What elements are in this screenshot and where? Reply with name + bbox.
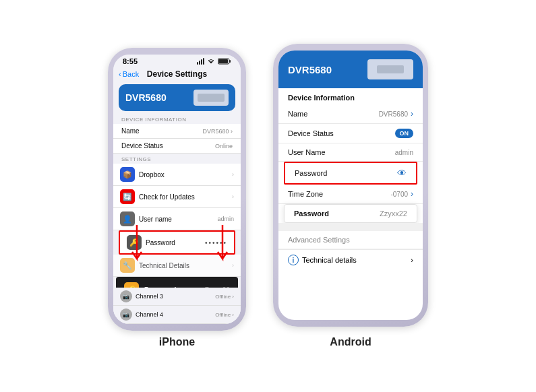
channel-4-item: 📷 Channel 4 Offline ›: [113, 306, 241, 324]
divider: [278, 223, 423, 231]
chevron-blue-icon: ›: [411, 109, 413, 119]
chevron-right-icon: ›: [232, 171, 234, 178]
channel-3-icon: 📷: [120, 290, 132, 302]
android-device-status-item: Device Status ON: [278, 124, 423, 143]
android-password-item[interactable]: Password 👁: [285, 163, 416, 183]
nav-title: Device Settings: [147, 69, 207, 79]
iphone-device-status-item: Device Status Online: [113, 139, 241, 154]
settings-technical[interactable]: 🔧 Technical Details ›: [113, 255, 241, 277]
device-status-toggle[interactable]: ON: [395, 129, 414, 138]
password-icon: 🔑: [127, 235, 142, 250]
device-info-section-header: DEVICE INFORMATION: [113, 114, 241, 124]
settings-section-header: SETTINGS: [113, 154, 241, 164]
signal-icon: [197, 58, 204, 65]
battery-icon: [218, 58, 231, 65]
android-section: DVR5680 Device Information Name DVR5680 …: [273, 44, 428, 348]
username-icon: 👤: [120, 211, 135, 226]
android-frame: DVR5680 Device Information Name DVR5680 …: [273, 44, 428, 327]
info-icon: i: [288, 255, 299, 265]
android-device-info-section: Device Information: [278, 88, 423, 104]
android-name-item: Name DVR5680 ›: [278, 104, 423, 124]
android-password-popup: Password Zzyxx22: [284, 204, 417, 223]
settings-password[interactable]: 🔑 Password ••••••: [120, 232, 234, 253]
technical-icon: 🔧: [120, 258, 135, 273]
wifi-icon: [206, 58, 216, 65]
chevron-right-icon: ›: [232, 262, 234, 269]
android-timezone-item: Time Zone -0700 ›: [278, 185, 423, 204]
updates-icon: 🔄: [120, 189, 135, 204]
iphone-frame: 8:55 ‹: [108, 48, 246, 331]
android-device-card: DVR5680: [278, 51, 423, 88]
iphone-dvr-name: DVR5680: [125, 92, 167, 103]
channels-section: 📷 Channel 3 Offline › 📷 Channel 4 Offlin…: [113, 288, 241, 324]
chevron-blue-icon: ›: [411, 256, 413, 264]
dvr-image: [193, 90, 229, 106]
android-advanced-settings[interactable]: Advanced Settings: [278, 231, 423, 249]
iphone-status-icons: [197, 58, 231, 65]
iphone-time: 8:55: [123, 57, 138, 65]
android-screen: DVR5680 Device Information Name DVR5680 …: [278, 51, 423, 320]
iphone-name-item: Name DVR5680 ›: [113, 124, 241, 139]
back-button[interactable]: ‹ Back: [119, 70, 139, 78]
android-technical-details[interactable]: i Technical details ›: [278, 249, 423, 270]
android-username-item: User Name admin: [278, 143, 423, 162]
settings-check-updates[interactable]: 🔄 Check for Updates ›: [113, 186, 241, 208]
password-highlight-box: 🔑 Password ••••••: [119, 230, 235, 255]
dropbox-icon: 📦: [120, 167, 135, 182]
iphone-label: iPhone: [159, 336, 195, 348]
iphone-section: 8:55 ‹: [108, 48, 246, 348]
settings-dropbox[interactable]: 📦 Dropbox ›: [113, 164, 241, 186]
android-password-highlight: Password 👁: [284, 162, 417, 185]
iphone-screen: 8:55 ‹: [113, 55, 241, 324]
android-dvr-image: [367, 59, 413, 79]
chevron-left-icon: ‹: [119, 70, 121, 78]
back-label: Back: [123, 70, 139, 78]
chevron-blue-icon: ›: [411, 189, 413, 199]
android-label: Android: [330, 336, 371, 348]
iphone-nav: ‹ Back Device Settings: [113, 67, 241, 81]
channel-4-icon: 📷: [120, 308, 132, 321]
android-dvr-name: DVR5680: [288, 64, 332, 75]
eye-icon[interactable]: 👁: [397, 168, 407, 178]
main-container: 8:55 ‹: [0, 37, 536, 355]
chevron-right-icon: ›: [232, 193, 234, 200]
channel-3-item: 📷 Channel 3 Offline ›: [113, 288, 241, 306]
iphone-statusbar: 8:55: [113, 55, 241, 67]
settings-username: 👤 User name admin: [113, 208, 241, 230]
svg-rect-1: [218, 59, 228, 63]
iphone-device-card: DVR5680: [119, 84, 235, 111]
svg-rect-2: [229, 60, 231, 63]
